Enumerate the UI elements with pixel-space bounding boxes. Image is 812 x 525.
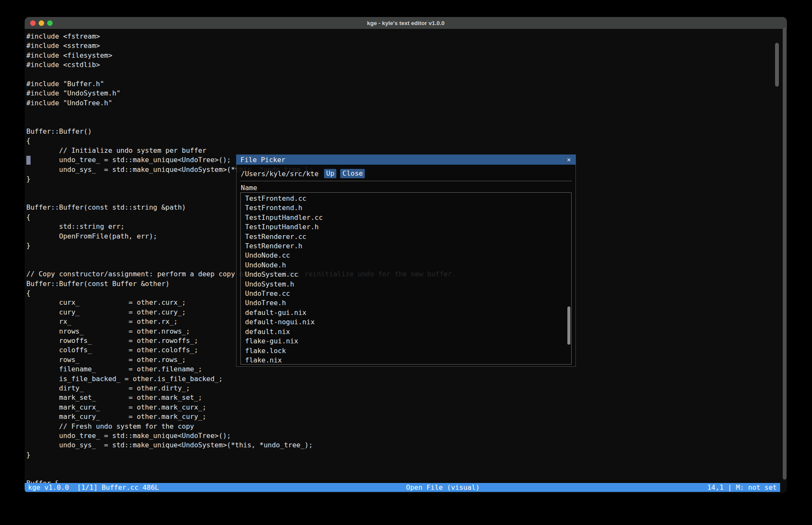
close-window-button[interactable] [30,20,36,26]
window-scrollbar-track[interactable] [783,28,787,480]
status-bar: kge v1.0.0 [1/1] Buffer.cc 486L Open Fil… [25,483,780,492]
file-item[interactable]: TestFrontend.cc [241,194,571,203]
up-button[interactable]: Up [324,169,336,178]
window-titlebar: kge - kyle's text editor v1.0.0 [25,17,787,29]
file-item[interactable]: UndoTree.cc [241,289,571,298]
status-mode: Open File (visual) [406,483,479,492]
editor-scrollbar-thumb[interactable] [775,43,779,87]
dialog-close-icon[interactable]: ✕ [567,156,571,163]
file-item[interactable]: default.nix [241,327,571,337]
file-item[interactable]: TestFrontend.h [241,203,571,213]
file-list-box: TestFrontend.ccTestFrontend.hTestInputHa… [240,192,572,365]
current-path: /Users/kyle/src/kte [241,170,319,178]
zoom-window-button[interactable] [47,20,53,26]
file-item[interactable]: flake-gui.nix [241,337,571,346]
file-item[interactable]: flake.nix [241,356,571,365]
file-picker-titlebar[interactable]: File Picker ✕ [236,154,576,165]
file-item[interactable]: TestInputHandler.cc [241,213,571,222]
text-cursor [26,156,31,165]
status-cursor-position: 14,1 | M: not set [707,483,777,492]
file-item[interactable]: TestRenderer.cc [241,232,571,241]
divider [240,181,572,181]
file-item[interactable]: default-gui.nix [241,308,571,317]
minimize-window-button[interactable] [39,20,44,26]
file-picker-dialog: File Picker ✕ /Users/kyle/src/kte Up Clo… [236,154,576,367]
file-picker-path-row: /Users/kyle/src/kte Up Close [241,168,365,179]
desktop: { "window": { "title": "kge - kyle's tex… [0,0,812,525]
file-item[interactable]: UndoNode.cc [241,251,571,260]
status-file-info: kge v1.0.0 [1/1] Buffer.cc 486L [28,483,159,492]
file-picker-title: File Picker [240,156,285,164]
name-column-header: Name [241,184,257,192]
file-item[interactable]: TestInputHandler.h [241,222,571,232]
file-item[interactable]: TestRenderer.h [241,241,571,251]
file-item[interactable]: UndoTree.h [241,298,571,308]
file-item[interactable]: default-nogui.nix [241,317,571,327]
file-item[interactable]: UndoSystem.h [241,280,571,289]
file-item[interactable]: flake.lock [241,346,571,356]
close-button[interactable]: Close [340,169,365,178]
file-item[interactable]: UndoNode.h [241,261,571,270]
file-list: TestFrontend.ccTestFrontend.hTestInputHa… [241,193,571,365]
file-item[interactable]: UndoSystem.cc [241,270,571,279]
traffic-lights [30,17,53,29]
file-list-scrollbar-thumb[interactable] [567,306,570,345]
window-title: kge - kyle's text editor v1.0.0 [367,20,445,26]
